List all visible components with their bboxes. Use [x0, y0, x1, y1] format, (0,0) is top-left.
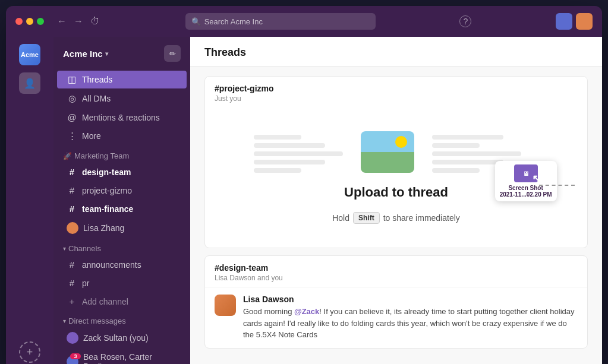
content-area: Threads #project-gizmo Just you: [190, 37, 602, 364]
placeholder-line: [254, 160, 325, 164]
team-finance-label: team-finance: [82, 204, 133, 214]
workspace-header[interactable]: Acme Inc ▾ ✏: [53, 37, 190, 70]
dm-text-before: Good morning: [243, 307, 294, 316]
dm-message-text: Good morning @Zack! If you can believe i…: [243, 306, 578, 341]
thread-sub-1: Just you: [215, 94, 578, 103]
edit-button[interactable]: ✏: [164, 45, 181, 62]
nav-person-icon: 👤: [24, 78, 36, 89]
help-button[interactable]: ?: [459, 15, 471, 27]
sidebar-item-team-finance[interactable]: # team-finance: [57, 200, 187, 217]
threads-icon: ◫: [67, 74, 77, 85]
cursor-icon: ↖: [532, 172, 541, 185]
workspace-logo[interactable]: Acme: [19, 44, 40, 65]
minimize-button[interactable]: [26, 18, 33, 25]
upload-hint: Hold Shift to share immediately: [332, 212, 460, 224]
marketing-team-header[interactable]: 🚀 Marketing Team: [53, 145, 190, 163]
dm-section-header[interactable]: ▾ Direct messages: [53, 311, 190, 328]
more-icon: ⋮: [67, 131, 77, 141]
sidebar: Acme 👤 +: [6, 37, 53, 364]
bea-carter-label: Bea Rosen, Carter Poplin...: [83, 352, 177, 364]
channels-section-label: Channels: [68, 244, 101, 253]
workspace-name: Acme Inc ▾: [63, 49, 108, 59]
sidebar-item-pr[interactable]: # pr: [57, 274, 187, 292]
all-dms-icon: ◎: [67, 93, 77, 104]
upload-area[interactable]: 🖥 ↖ Screen Shot 2021-11...02.20 PM Uploa…: [205, 107, 587, 248]
zack-avatar: [67, 332, 78, 344]
forward-button[interactable]: →: [73, 15, 84, 28]
placeholder-line: [432, 160, 503, 164]
placeholder-line: [432, 135, 503, 140]
sidebar-item-announcements[interactable]: # announcements: [57, 256, 187, 273]
content-header: Threads: [190, 37, 602, 67]
thread-channel-name-1[interactable]: #project-gizmo: [215, 84, 578, 93]
sidebar-item-design-team[interactable]: # design-team: [57, 163, 187, 181]
sidebar-item-project-gizmo[interactable]: # project-gizmo: [57, 182, 187, 199]
zack-label: Zack Sultan (you): [83, 333, 149, 343]
placeholder-line: [432, 168, 480, 173]
nav-panel: Acme Inc ▾ ✏ ◫ Threads ◎ All DMs @ Menti…: [53, 37, 190, 364]
search-bar[interactable]: 🔍 Search Acme Inc: [185, 13, 376, 30]
traffic-lights: [15, 18, 44, 25]
upload-hint-suffix: to share immediately: [383, 213, 460, 223]
upload-hint-prefix: Hold: [332, 213, 349, 223]
maximize-button[interactable]: [37, 18, 44, 25]
content-body: #project-gizmo Just you: [190, 67, 602, 364]
nav-buttons: ← → ⏱: [56, 15, 101, 28]
search-icon: 🔍: [191, 17, 201, 26]
threads-label: Threads: [82, 75, 112, 84]
sidebar-item-lisa-zhang[interactable]: Lisa Zhang: [57, 219, 187, 238]
thread-card-design-team: #design-team Lisa Dawson and you Lisa Da…: [204, 255, 588, 349]
dm-mention[interactable]: @Zack: [294, 307, 319, 316]
unread-badge: 3: [70, 353, 81, 359]
channels-arrow-icon: ▾: [63, 245, 66, 252]
hash-icon-2: #: [67, 185, 77, 195]
thread-channel-name-2[interactable]: #design-team: [215, 263, 578, 273]
sidebar-item-mentions[interactable]: @ Mentions & reactions: [57, 109, 187, 126]
placeholder-line: [254, 143, 325, 148]
add-channel-label: Add channel: [82, 297, 128, 306]
upload-illustration: 🖥 ↖ Screen Shot 2021-11...02.20 PM: [254, 131, 539, 173]
main-layout: Acme 👤 + Acme Inc ▾ ✏ ◫ Threads ◎: [6, 37, 602, 364]
workspace-avatar[interactable]: [556, 13, 572, 30]
add-channel-icon: +: [67, 296, 77, 306]
thread-sub-2: Lisa Dawson and you: [215, 274, 578, 282]
placeholder-line: [254, 135, 301, 140]
page-title: Threads: [204, 46, 588, 59]
user-avatar[interactable]: [576, 13, 593, 30]
workspace-chevron-icon: ▾: [105, 50, 108, 57]
sidebar-item-zack[interactable]: Zack Sultan (you): [57, 328, 187, 347]
sun-decoration: [395, 136, 407, 148]
hash-icon-1: #: [67, 167, 77, 177]
hash-icon-3: #: [67, 204, 77, 214]
hash-icon-4: #: [67, 259, 77, 270]
sidebar-item-bea-carter[interactable]: 3 Bea Rosen, Carter Poplin...: [57, 349, 187, 364]
close-button[interactable]: [15, 18, 23, 25]
add-channel-button[interactable]: + Add channel: [57, 293, 187, 310]
sidebar-item-all-dms[interactable]: ◎ All DMs: [57, 90, 187, 107]
all-dms-label: All DMs: [82, 94, 111, 103]
thread-card-header-2: #design-team Lisa Dawson and you: [205, 256, 587, 287]
avatar-group: [556, 13, 593, 30]
upload-title: Upload to thread: [344, 185, 448, 200]
lisa-dawson-avatar: [215, 295, 236, 316]
back-button[interactable]: ←: [56, 15, 68, 28]
placeholder-line: [254, 168, 301, 173]
mentions-label: Mentions & reactions: [82, 113, 160, 122]
sidebar-item-threads[interactable]: ◫ Threads: [57, 71, 187, 88]
screenshot-label-1: Screen Shot: [508, 185, 543, 191]
placeholder-line: [432, 143, 480, 148]
add-workspace-button[interactable]: +: [19, 341, 40, 363]
screen-preview-icon: 🖥 ↖: [514, 164, 538, 182]
channels-section-header[interactable]: ▾ Channels: [53, 238, 190, 255]
sidebar-item-more[interactable]: ⋮ More: [57, 127, 187, 145]
bea-carter-avatar: 3: [67, 356, 78, 364]
placeholder-line: [254, 151, 343, 156]
lisa-zhang-avatar: [67, 222, 78, 234]
marketing-team-label: Marketing Team: [74, 151, 129, 160]
sidebar-nav-icon[interactable]: 👤: [19, 72, 40, 94]
thread-card-project-gizmo: #project-gizmo Just you: [204, 76, 588, 248]
image-thumbnail: [361, 131, 414, 173]
history-button[interactable]: ⏱: [89, 15, 101, 28]
app-window: ← → ⏱ 🔍 Search Acme Inc ? Acme 👤 + Acm: [6, 6, 602, 364]
thread-card-header-1: #project-gizmo Just you: [205, 77, 587, 107]
